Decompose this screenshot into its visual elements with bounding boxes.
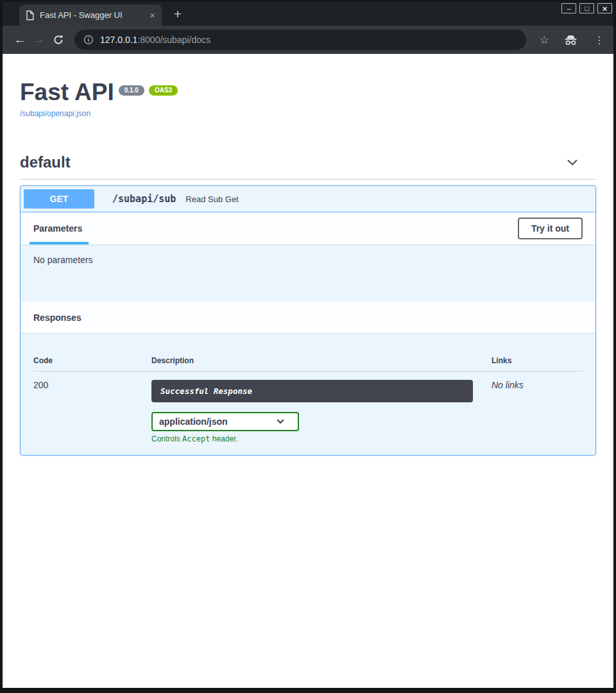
http-method-badge: GET bbox=[24, 189, 94, 209]
page-icon bbox=[26, 10, 34, 21]
openapi-spec-link[interactable]: /subapi/openapi.json bbox=[20, 109, 90, 118]
tab-parameters[interactable]: Parameters bbox=[33, 223, 82, 234]
parameters-header: Parameters Try it out bbox=[21, 212, 595, 244]
no-parameters-text: No parameters bbox=[33, 255, 93, 265]
back-icon[interactable]: ← bbox=[10, 33, 30, 47]
accept-code: Accept bbox=[182, 434, 210, 443]
menu-kebab-icon[interactable]: ⋮ bbox=[594, 34, 604, 46]
response-links: No links bbox=[492, 380, 524, 390]
response-code: 200 bbox=[33, 380, 151, 443]
tab-close-icon[interactable]: × bbox=[150, 10, 155, 20]
browser-tab[interactable]: Fast API - Swagger UI × bbox=[19, 4, 162, 26]
parameters-body: No parameters bbox=[21, 244, 595, 302]
responses-header: Responses bbox=[21, 302, 595, 333]
oas3-badge: OAS3 bbox=[149, 85, 178, 96]
new-tab-button[interactable]: + bbox=[169, 7, 186, 21]
operation-summary[interactable]: GET /subapi/sub Read Sub Get bbox=[21, 186, 595, 212]
close-button[interactable]: × bbox=[597, 3, 612, 13]
tab-title: Fast API - Swagger UI bbox=[40, 10, 144, 20]
response-description-box: Successful Response bbox=[151, 380, 473, 402]
api-info: Fast API 0.1.0 OAS3 /subapi/openapi.json bbox=[20, 54, 596, 119]
tab-strip: Fast API - Swagger UI × + – □ × bbox=[3, 0, 613, 26]
window-controls: – □ × bbox=[561, 3, 612, 13]
responses-title: Responses bbox=[33, 312, 81, 323]
url-text: 127.0.0.1:8000/subapi/docs bbox=[100, 35, 210, 45]
col-header-code: Code bbox=[33, 356, 151, 365]
accept-header-note: Controls Accept header. bbox=[151, 434, 492, 443]
browser-toolbar: ← → 127.0.0.1:8000/subapi/docs ☆ bbox=[3, 26, 613, 54]
media-type-select[interactable]: application/json bbox=[151, 412, 299, 431]
maximize-button[interactable]: □ bbox=[579, 3, 594, 13]
col-header-description: Description bbox=[151, 356, 492, 365]
forward-icon: → bbox=[30, 33, 49, 47]
opblock-get: GET /subapi/sub Read Sub Get Parameters … bbox=[20, 185, 596, 456]
address-bar[interactable]: 127.0.0.1:8000/subapi/docs bbox=[74, 30, 526, 50]
chevron-down-icon[interactable] bbox=[565, 155, 579, 169]
toolbar-right: ☆ ⋮ bbox=[533, 33, 606, 47]
page-content: Fast API 0.1.0 OAS3 /subapi/openapi.json… bbox=[3, 54, 613, 688]
operation-description: Read Sub Get bbox=[185, 194, 238, 204]
page-title: Fast API bbox=[20, 80, 114, 105]
col-header-links: Links bbox=[492, 356, 583, 365]
tag-name: default bbox=[20, 153, 71, 171]
response-description: Successful Response bbox=[160, 386, 252, 396]
parameters-tab-label: Parameters bbox=[33, 223, 82, 234]
reload-icon[interactable] bbox=[49, 34, 68, 46]
info-icon bbox=[83, 35, 94, 45]
bookmark-star-icon[interactable]: ☆ bbox=[540, 33, 549, 47]
responses-table-head: Code Description Links bbox=[33, 343, 583, 372]
minimize-button[interactable]: – bbox=[561, 3, 576, 13]
tag-section-header[interactable]: default bbox=[20, 153, 596, 180]
try-it-out-button[interactable]: Try it out bbox=[518, 218, 583, 239]
tag-section: default GET /subapi/sub Read Sub Get Par… bbox=[20, 153, 596, 456]
browser-window: Fast API - Swagger UI × + – □ × ← → 127.… bbox=[3, 0, 613, 688]
version-badge: 0.1.0 bbox=[119, 85, 144, 96]
active-tab-underline bbox=[30, 242, 89, 244]
media-type-control: application/json Controls bbox=[151, 412, 492, 443]
response-row: 200 Successful Response application/json bbox=[33, 372, 583, 443]
responses-table: Code Description Links 200 Successful Re… bbox=[21, 333, 595, 455]
operation-path: /subapi/sub bbox=[112, 193, 176, 205]
incognito-icon bbox=[564, 35, 578, 46]
